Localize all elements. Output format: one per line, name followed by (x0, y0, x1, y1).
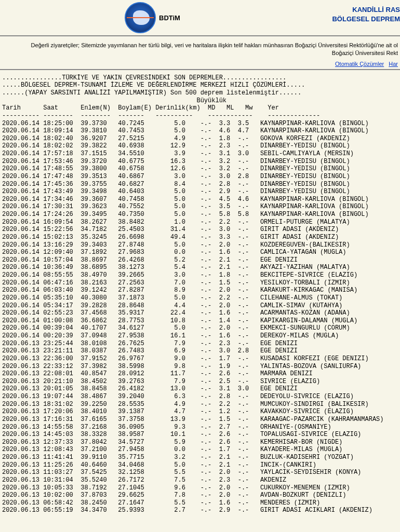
brand-text: BDTiM (159, 14, 180, 22)
link-otomatik[interactable]: Otomatik Çözümler (335, 61, 384, 67)
notice-line-1: Değerli ziyaretçiler; Sitemizde yayımlan… (31, 42, 398, 48)
title-line-2: BÖLGESEL DEPREM (332, 15, 400, 23)
notice-line-2: Boğaziçi Üniversitesi Rekt (332, 50, 398, 56)
header-title: KANDİLLİ RAS BÖLGESEL DEPREM (332, 5, 400, 24)
copyright-notice: Değerli ziyaretçiler; Sitemizde yayımlan… (0, 36, 400, 60)
link-har[interactable]: Har (389, 61, 398, 67)
links-row: Otomatik Çözümler Har (0, 60, 400, 70)
bdtim-logo (125, 2, 156, 33)
earthquake-listing: ................TÜRKİYE VE YAKIN ÇEVRESİ… (0, 70, 400, 516)
page-header: BDTiM KANDİLLİ RAS BÖLGESEL DEPREM (0, 0, 400, 36)
title-line-1: KANDİLLİ RAS (352, 6, 400, 13)
